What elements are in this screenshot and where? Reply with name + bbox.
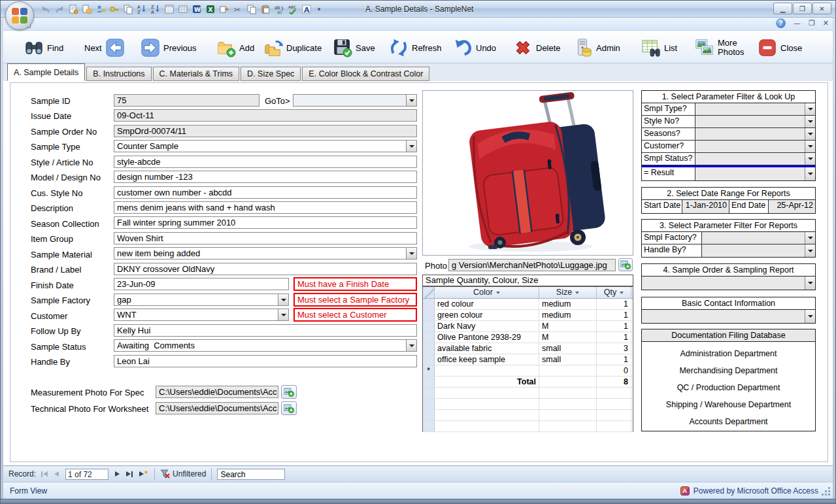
photo-path-field[interactable]: g Version\MerchanNetPhoto\Luggage.jpg	[448, 259, 616, 271]
contact-info-combo[interactable]	[642, 310, 815, 323]
datasheet-view-icon[interactable]	[177, 3, 189, 15]
description-field[interactable]: mens denim jeans with sand + hand wash	[114, 201, 417, 214]
find-button[interactable]: Find	[24, 36, 63, 59]
dropdown-button[interactable]	[406, 340, 416, 351]
previous-record-button[interactable]	[53, 470, 60, 478]
key-icon[interactable]	[109, 3, 120, 15]
copy-icon[interactable]	[246, 3, 258, 15]
cus-style-no-field[interactable]: customer own number - abcdd	[114, 186, 417, 199]
smpl-type-combo[interactable]	[695, 103, 815, 115]
doc-link-qc-production[interactable]: QC / Production Department	[642, 383, 815, 392]
undo-button[interactable]: Undo	[453, 36, 496, 59]
measurement-photo-add-button[interactable]	[281, 385, 297, 399]
filter-status[interactable]: Unfiltered	[173, 469, 206, 479]
row-selector[interactable]	[423, 332, 435, 343]
issue-date-field[interactable]: 09-Oct-11	[114, 109, 417, 122]
undo-icon[interactable]	[40, 3, 52, 15]
dropdown-button[interactable]	[805, 232, 815, 244]
doc-restore-icon[interactable]: ❐	[809, 19, 815, 27]
font-icon[interactable]: A	[301, 3, 312, 15]
filter-icon[interactable]	[160, 469, 170, 479]
dropdown-button[interactable]	[805, 244, 815, 257]
customer-combo[interactable]: WNT	[114, 309, 289, 321]
model-design-no-field[interactable]: design number -123	[114, 171, 417, 183]
sample-factory-combo[interactable]: gap	[114, 294, 289, 306]
new-object-icon[interactable]	[67, 3, 79, 15]
more-photos-button[interactable]: More Photos	[695, 36, 746, 59]
qat-overflow-icon[interactable]: ▾	[314, 4, 324, 14]
item-group-field[interactable]: Woven Shirt	[114, 232, 417, 244]
close-button[interactable]: Close	[758, 36, 802, 59]
dropdown-button[interactable]	[278, 294, 288, 305]
word-export-icon[interactable]: W	[191, 3, 203, 15]
delete-button[interactable]: Delete	[513, 36, 561, 59]
row-selector[interactable]	[423, 354, 435, 365]
style-article-no-field[interactable]: style-abcde	[114, 156, 417, 168]
column-header-size[interactable]: Size	[539, 287, 597, 298]
dropdown-button[interactable]	[805, 310, 815, 323]
sample-order-no-field[interactable]: SmpOrd-00074/11	[114, 125, 417, 137]
technical-photo-add-button[interactable]	[281, 401, 297, 415]
sample-status-combo[interactable]: Awaiting Comments	[114, 339, 417, 352]
doc-minimize-icon[interactable]: —	[794, 19, 801, 27]
sort-za-icon[interactable]: ZA	[150, 3, 161, 15]
tab-size-spec[interactable]: D. Size Spec	[241, 67, 301, 81]
seasons-combo[interactable]	[695, 128, 815, 140]
dropdown-button[interactable]	[406, 248, 416, 259]
customer-filter-combo[interactable]	[695, 141, 815, 152]
restore-button[interactable]: ❐	[793, 3, 812, 14]
measurement-photo-path[interactable]: C:\Users\eddie\Documents\Acc	[156, 386, 278, 398]
season-collection-field[interactable]: Fall winter spring summer 2010	[114, 216, 417, 229]
duplicate-button[interactable]: Duplicate	[263, 36, 322, 59]
first-record-button[interactable]	[40, 470, 49, 479]
sample-id-field[interactable]: 75	[114, 94, 259, 107]
cut-icon[interactable]: ✂	[232, 3, 244, 15]
excel-export-icon[interactable]: X	[205, 3, 216, 15]
result-combo[interactable]	[695, 167, 815, 180]
office-button[interactable]	[5, 1, 34, 30]
column-header-color[interactable]: Color	[435, 287, 539, 298]
row-selector[interactable]	[423, 310, 435, 320]
finish-date-field[interactable]: 23-Jun-09	[114, 278, 289, 290]
end-date-field[interactable]: 25-Apr-12	[769, 200, 815, 213]
search-input[interactable]: Search	[217, 469, 285, 480]
doc-link-accounts[interactable]: Accounts Department	[642, 417, 815, 426]
admin-button[interactable]: Admin	[573, 36, 620, 59]
sample-type-combo[interactable]: Counter Sample	[114, 140, 417, 152]
list-button[interactable]: List	[641, 36, 677, 59]
copy-object-icon[interactable]	[122, 3, 134, 15]
spelling-icon[interactable]: ABC	[287, 3, 299, 15]
smpl-factory-filter-combo[interactable]	[702, 232, 815, 244]
doc-link-merchandising[interactable]: Merchandising Department	[642, 366, 815, 375]
select-all-cell[interactable]	[423, 287, 435, 298]
replace-icon[interactable]: abac	[273, 3, 285, 15]
handle-by-filter-combo[interactable]	[702, 244, 815, 257]
add-button[interactable]: Add	[216, 36, 254, 59]
new-record-marker[interactable]: *	[423, 365, 435, 376]
resize-grip[interactable]	[822, 488, 830, 496]
redo-icon[interactable]	[54, 3, 65, 15]
dropdown-button[interactable]	[805, 103, 815, 115]
record-position[interactable]: 1 of 72	[65, 469, 109, 480]
photo-add-button[interactable]	[618, 258, 633, 271]
export-icon[interactable]	[218, 3, 230, 15]
close-window-button[interactable]: ✕	[812, 3, 831, 14]
next-button[interactable]: Next	[84, 36, 125, 59]
tab-sample-details[interactable]: A. Sample Details	[7, 63, 85, 81]
brand-label-field[interactable]: DKNY crossover OldNavy	[114, 263, 417, 275]
form-view-icon[interactable]	[163, 3, 175, 15]
dropdown-button[interactable]	[805, 128, 815, 140]
dropdown-button[interactable]	[805, 141, 815, 152]
paste-icon[interactable]	[259, 3, 271, 15]
start-date-field[interactable]: 1-Jan-2010	[682, 200, 729, 213]
doc-link-administration[interactable]: Administration Department	[642, 349, 815, 358]
follow-up-by-field[interactable]: Kelly Hui	[114, 324, 417, 337]
dropdown-button[interactable]	[805, 167, 815, 180]
new-record-button[interactable]: *	[138, 469, 149, 479]
tab-materials-trims[interactable]: C. Materials & Trims	[153, 67, 240, 81]
dropdown-button[interactable]	[406, 141, 416, 152]
sampling-report-combo[interactable]	[642, 277, 815, 290]
goto-combo[interactable]	[293, 94, 417, 107]
tab-color-block[interactable]: E. Color Block & Contrast Color	[302, 67, 429, 81]
dropdown-button[interactable]	[805, 153, 815, 165]
